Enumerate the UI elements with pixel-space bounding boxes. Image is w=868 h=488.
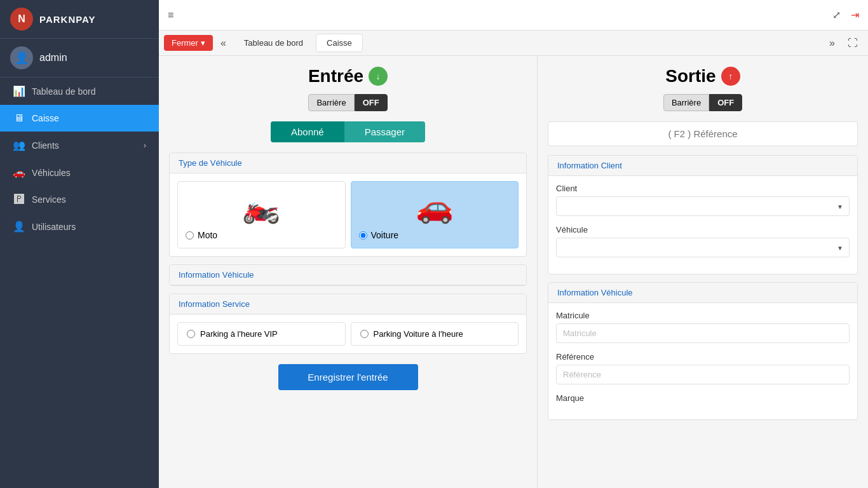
client-select[interactable]	[556, 196, 850, 216]
tableau-icon: 📊	[13, 85, 25, 97]
entree-panel: Entrée ↓ Barrière OFF Abonné Passager Ty…	[159, 56, 538, 488]
marque-label: Marque	[556, 393, 850, 403]
sortie-info-vehicule-card: Information Véhicule Matricule Référence…	[548, 282, 858, 420]
services-grid: Parking à l'heure VIP Parking Voiture à …	[177, 322, 519, 346]
moto-emoji: 🏍️	[186, 189, 337, 225]
service-voiture-heure-radio[interactable]	[360, 330, 369, 338]
sidebar-header: N PARKNPAY	[0, 0, 159, 39]
service-vip-radio[interactable]	[187, 330, 195, 338]
entree-barriere-state: OFF	[355, 94, 388, 111]
entree-arrow-icon: ↓	[369, 67, 388, 86]
info-vehicule-header: Information Véhicule	[170, 265, 526, 285]
tabbar: Fermer ▾ « Tableau de bord Caisse » ⛶	[159, 30, 868, 56]
passager-button[interactable]: Passager	[344, 121, 425, 142]
entree-barriere-label: Barrière	[308, 94, 354, 111]
info-service-body: Parking à l'heure VIP Parking Voiture à …	[170, 315, 526, 353]
clients-icon: 👥	[13, 139, 25, 151]
info-client-card: Information Client Client Véhicule	[548, 155, 858, 274]
app-title: PARKNPAY	[39, 14, 96, 25]
moto-label: Moto	[198, 230, 217, 240]
entree-title: Entrée	[308, 66, 363, 86]
f2-reference-input[interactable]	[548, 121, 858, 146]
sortie-panel: Sortie ↑ Barrière OFF Information Client…	[538, 56, 868, 488]
user-section: 👤 admin	[0, 39, 159, 78]
sidebar-item-services[interactable]: 🅿 Services	[0, 186, 159, 213]
moto-radio-row: Moto	[186, 230, 337, 240]
voiture-radio[interactable]	[359, 231, 367, 240]
sidebar: N PARKNPAY 👤 admin 📊 Tableau de bord 🖥 C…	[0, 0, 159, 488]
matricule-form-group: Matricule	[556, 311, 850, 343]
services-icon: 🅿	[13, 194, 25, 205]
tab-tableau[interactable]: Tableau de bord	[234, 34, 313, 51]
info-client-body: Client Véhicule	[548, 176, 857, 274]
abonne-button[interactable]: Abonné	[271, 121, 344, 142]
entree-barriere: Barrière OFF	[169, 94, 527, 111]
matricule-label: Matricule	[556, 311, 850, 320]
vehicules-icon: 🚗	[13, 166, 25, 179]
expand-icon[interactable]: ⛶	[843, 35, 863, 51]
vehicule-select[interactable]	[556, 238, 850, 257]
voiture-radio-row: Voiture	[359, 230, 511, 240]
voiture-label: Voiture	[371, 230, 399, 240]
vehicle-option-voiture[interactable]: 🚗 Voiture	[351, 181, 519, 248]
vehicule-form-group: Véhicule	[556, 225, 850, 257]
username: admin	[39, 52, 67, 64]
sidebar-item-tableau[interactable]: 📊 Tableau de bord	[0, 78, 159, 105]
sortie-info-vehicule-body: Matricule Référence Marque	[548, 303, 857, 419]
sortie-barriere-label: Barrière	[663, 94, 709, 111]
tab-caisse[interactable]: Caisse	[316, 34, 363, 52]
sidebar-item-utilisateurs[interactable]: 👤 Utilisateurs	[0, 213, 159, 240]
vehicle-type-body: 🏍️ Moto 🚗 Voiture	[170, 173, 526, 256]
sidebar-item-vehicules[interactable]: 🚗 Véhicules	[0, 159, 159, 186]
info-service-card: Information Service Parking à l'heure VI…	[169, 294, 527, 354]
vehicule-label: Véhicule	[556, 225, 850, 234]
vehicle-option-moto[interactable]: 🏍️ Moto	[177, 181, 346, 248]
main-area: ≡ ⤢ ⇥ Fermer ▾ « Tableau de bord Caisse …	[159, 0, 868, 488]
sidebar-item-label: Utilisateurs	[32, 222, 76, 232]
sidebar-item-label: Services	[32, 194, 66, 205]
topbar: ≡ ⤢ ⇥	[159, 0, 868, 30]
matricule-input[interactable]	[556, 323, 850, 343]
sidebar-item-clients[interactable]: 👥 Clients ›	[0, 132, 159, 159]
tab-prev-button[interactable]: «	[215, 35, 231, 51]
reference-form-group: Référence	[556, 352, 850, 384]
chevron-down-icon: ▾	[201, 38, 205, 48]
sortie-barriere-state: OFF	[709, 94, 742, 111]
utilisateurs-icon: 👤	[13, 220, 25, 233]
enregistrer-entree-button[interactable]: Enregistrer l'entrée	[278, 364, 418, 390]
sortie-title: Sortie	[665, 66, 715, 86]
voiture-emoji: 🚗	[359, 189, 511, 225]
vehicle-grid: 🏍️ Moto 🚗 Voiture	[177, 181, 519, 248]
sidebar-item-label: Clients	[32, 140, 59, 151]
service-vip[interactable]: Parking à l'heure VIP	[177, 322, 346, 346]
collapse-icon[interactable]: ⤢	[829, 5, 844, 25]
caisse-icon: 🖥	[13, 112, 25, 124]
app-logo: N	[10, 8, 33, 30]
reference-input[interactable]	[556, 365, 850, 384]
tab-next-button[interactable]: »	[824, 35, 840, 51]
vehicle-type-header: Type de Véhicule	[170, 153, 526, 173]
client-form-group: Client	[556, 184, 850, 216]
menu-toggle-button[interactable]: ≡	[164, 6, 177, 25]
vehicule-select-wrapper	[556, 238, 850, 257]
content-area: Entrée ↓ Barrière OFF Abonné Passager Ty…	[159, 56, 868, 488]
avatar: 👤	[10, 46, 33, 69]
sidebar-item-caisse[interactable]: 🖥 Caisse	[0, 105, 159, 132]
fermer-label: Fermer	[172, 38, 198, 48]
info-client-header: Information Client	[548, 156, 857, 176]
sidebar-item-label: Caisse	[32, 113, 59, 123]
entree-header: Entrée ↓	[169, 66, 527, 86]
service-voiture-heure-label: Parking Voiture à l'heure	[374, 329, 463, 339]
client-label: Client	[556, 184, 850, 193]
service-voiture-heure[interactable]: Parking Voiture à l'heure	[351, 322, 519, 346]
marque-form-group: Marque	[556, 393, 850, 403]
moto-radio[interactable]	[186, 231, 194, 240]
chevron-right-icon: ›	[144, 141, 146, 150]
sidebar-item-label: Tableau de bord	[32, 86, 95, 97]
fermer-button[interactable]: Fermer ▾	[164, 35, 213, 51]
logout-button[interactable]: ⇥	[847, 5, 863, 25]
sortie-info-vehicule-header: Information Véhicule	[548, 283, 857, 303]
sidebar-nav: 📊 Tableau de bord 🖥 Caisse 👥 Clients › 🚗…	[0, 78, 159, 488]
service-vip-label: Parking à l'heure VIP	[200, 329, 278, 339]
sortie-header: Sortie ↑	[548, 66, 858, 86]
